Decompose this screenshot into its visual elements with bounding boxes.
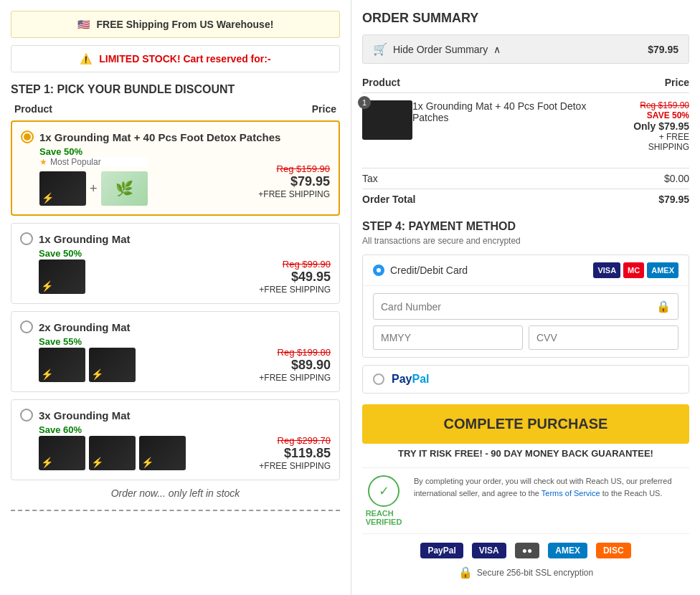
sale-price-4: $119.85 — [259, 446, 331, 461]
toggle-label: Hide Order Summary — [393, 44, 488, 55]
popular-badge-1: ★ Most Popular — [39, 157, 148, 167]
reach-description: By completing your order, you will check… — [414, 475, 689, 526]
item-title: 1x Grounding Mat + 40 Pcs Foot Detox Pat… — [412, 100, 612, 123]
credit-radio[interactable] — [373, 265, 384, 276]
pricing-2: Reg $99.90 $49.95 +FREE SHIPPING — [259, 259, 331, 295]
mat-image-4a — [39, 436, 85, 470]
item-thumbnail: 1 — [362, 100, 412, 140]
credit-card-header[interactable]: Credit/Debit Card VISA MC AMEX — [363, 255, 689, 285]
visa-icon: VISA — [593, 262, 620, 278]
order-summary-title: ORDER SUMMARY — [362, 11, 689, 26]
tax-value: $0.00 — [664, 173, 689, 184]
terms-of-service-link[interactable]: Terms of Service — [541, 489, 600, 498]
option-save-3: Save 55% — [39, 336, 331, 347]
payment-subtitle: All transactions are secure and encrypte… — [362, 236, 689, 246]
option-save-2: Save 50% — [39, 248, 331, 259]
card-number-input[interactable] — [381, 301, 656, 313]
item-qty-badge: 1 — [358, 96, 371, 109]
credit-card-method[interactable]: Credit/Debit Card VISA MC AMEX 🔒 — [362, 254, 689, 358]
card-icons: VISA MC AMEX — [593, 262, 678, 278]
mastercard-icon: MC — [623, 262, 644, 278]
product-option-1[interactable]: 1x Grounding Mat + 40 Pcs Foot Detox Pat… — [11, 120, 340, 216]
card-number-row: 🔒 — [373, 293, 678, 320]
pricing-4: Reg $299.70 $119.85 +FREE SHIPPING — [259, 435, 331, 471]
card-row2 — [373, 325, 678, 350]
left-panel: 🇺🇸 FREE Shipping From US Warehouse! ⚠️ L… — [0, 0, 351, 595]
purchase-button[interactable]: COMPLETE PURCHASE — [362, 404, 689, 444]
ssl-text: Secure 256-bit SSL encryption — [477, 568, 593, 578]
reg-price-1: Reg $159.90 — [258, 163, 330, 174]
shipping-banner-text: FREE Shipping From US Warehouse! — [97, 19, 274, 30]
warning-icon: ⚠️ — [80, 53, 92, 65]
item-save-badge: SAVE 50% — [618, 110, 689, 120]
free-ship-1: +FREE SHIPPING — [258, 189, 330, 199]
product-option-4[interactable]: 3x Grounding Mat Save 60% Reg $299.70 $1… — [11, 399, 340, 480]
pricing-1: Reg $159.90 $79.95 +FREE SHIPPING — [258, 163, 330, 199]
dashed-divider — [11, 510, 340, 511]
order-total-row: Order Total $79.95 — [362, 189, 689, 209]
reach-verified-section: ✓ REACHVERIFIED By completing your order… — [362, 467, 689, 534]
paypal-radio[interactable] — [373, 373, 384, 385]
paypal-logo: PayPal — [392, 373, 429, 386]
column-headers: Product Price — [11, 103, 340, 115]
visa-logo-bottom: VISA — [472, 543, 506, 558]
radio-opt4[interactable] — [20, 409, 33, 422]
order-total-value: $79.95 — [658, 194, 689, 205]
flag-icon: 🇺🇸 — [77, 19, 90, 30]
summary-toggle[interactable]: 🛒 Hide Order Summary ∧ $79.95 — [362, 34, 689, 64]
summary-totals: Tax $0.00 Order Total $79.95 — [362, 168, 689, 209]
mat-image-4c — [139, 436, 186, 470]
plus-icon: + — [90, 181, 98, 196]
reach-logo: ✓ REACHVERIFIED — [362, 475, 405, 526]
free-ship-3: +FREE SHIPPING — [259, 373, 331, 383]
discover-logo-bottom: DISC — [596, 543, 631, 558]
card-form: 🔒 — [363, 285, 689, 357]
free-ship-4: +FREE SHIPPING — [259, 461, 331, 471]
paypal-p2: Pal — [412, 373, 429, 385]
radio-opt2[interactable] — [20, 232, 33, 245]
reg-price-2: Reg $99.90 — [259, 259, 331, 270]
option-title-3: 2x Grounding Mat — [39, 321, 131, 333]
col-product: Product — [14, 103, 52, 115]
item-description: 1x Grounding Mat + 40 Pcs Foot Detox Pat… — [412, 93, 612, 160]
summary-table: Product Price 1 1x Grounding Mat + 40 Pc… — [362, 72, 689, 159]
toggle-left: 🛒 Hide Order Summary ∧ — [373, 42, 501, 56]
option-title-2: 1x Grounding Mat — [39, 233, 131, 245]
product-option-3[interactable]: 2x Grounding Mat Save 55% Reg $199.80 $8… — [11, 311, 340, 392]
radio-opt1[interactable] — [21, 130, 34, 143]
section-title: STEP 1: PICK YOUR BUNDLE DISCOUNT — [11, 83, 340, 96]
stock-banner: ⚠️ LIMITED STOCK! Cart reserved for:- — [11, 45, 340, 72]
mat-image-3a — [39, 348, 85, 382]
order-total-label: Order Total — [362, 194, 415, 205]
pricing-3: Reg $199.80 $89.90 +FREE SHIPPING — [259, 347, 331, 383]
product-option-2[interactable]: 1x Grounding Mat Save 50% Reg $99.90 $49… — [11, 223, 340, 304]
col-price: Price — [312, 103, 336, 115]
tax-row: Tax $0.00 — [362, 168, 689, 189]
item-price-col: Reg $159.90 SAVE 50% Only $79.95 + FREE … — [612, 93, 689, 160]
free-ship-2: +FREE SHIPPING — [259, 285, 331, 295]
mmyy-input[interactable] — [373, 325, 523, 350]
ssl-row: 🔒 Secure 256-bit SSL encryption — [362, 566, 689, 579]
radio-opt3[interactable] — [20, 320, 33, 333]
order-now-text: Order now... only left in stock — [11, 487, 340, 499]
item-only-price: Only $79.95 — [618, 120, 689, 132]
method-label-area: Credit/Debit Card — [373, 265, 468, 276]
paypal-logo-bottom: PayPal — [420, 543, 463, 558]
reg-price-3: Reg $199.80 — [259, 347, 331, 358]
mc-logo-bottom: ●● — [515, 543, 540, 558]
cvv-input[interactable] — [529, 325, 678, 350]
th-product: Product — [362, 72, 612, 93]
amex-icon: AMEX — [647, 262, 678, 278]
product-images-4 — [39, 436, 186, 470]
paypal-method[interactable]: PayPal — [362, 365, 689, 394]
mat-image-4b — [89, 436, 136, 470]
cart-icon: 🛒 — [373, 42, 387, 56]
option-save-4: Save 60% — [39, 424, 331, 435]
reach-verified-text: REACHVERIFIED — [366, 509, 402, 526]
sale-price-3: $89.90 — [259, 358, 331, 373]
option-title-4: 3x Grounding Mat — [39, 409, 131, 422]
mat-image-3b — [89, 348, 136, 382]
toggle-price: $79.95 — [648, 44, 678, 55]
sale-price-2: $49.95 — [259, 270, 331, 285]
mat-image-2 — [39, 260, 85, 294]
